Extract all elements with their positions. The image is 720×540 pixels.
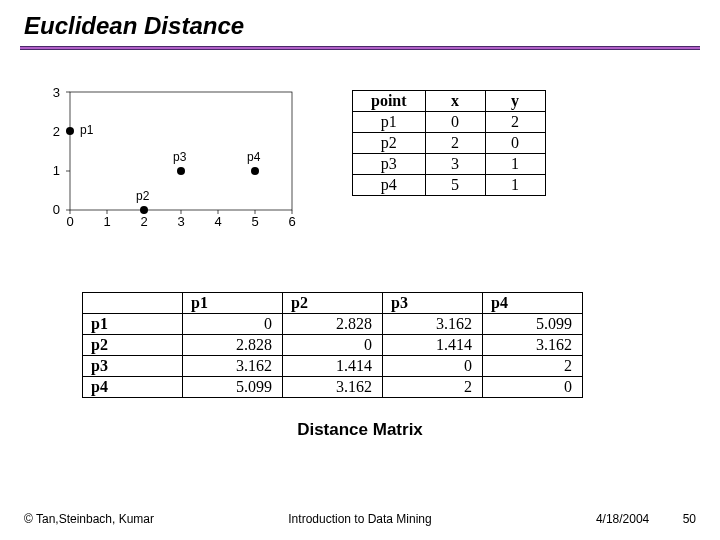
footer-date: 4/18/2004 [596, 512, 649, 526]
xtick-5: 5 [251, 214, 258, 229]
ytick-2: 2 [53, 124, 60, 139]
point-label-p3: p3 [173, 150, 187, 164]
content-area: 0 1 2 3 4 5 6 0 1 2 3 [0, 50, 720, 440]
title-bar: Euclidean Distance [0, 0, 720, 46]
footer-title: Introduction to Data Mining [288, 512, 431, 526]
xtick-6: 6 [288, 214, 295, 229]
distance-matrix-subtitle: Distance Matrix [32, 420, 688, 440]
table-row: p3 3 1 [353, 154, 546, 175]
point-label-p1: p1 [80, 123, 94, 137]
ytick-0: 0 [53, 202, 60, 217]
y-axis: 0 1 2 3 [53, 85, 70, 217]
coord-header-y: y [485, 91, 545, 112]
point-p4 [251, 167, 259, 175]
dist-header-p3: p3 [383, 293, 483, 314]
dist-header-p1: p1 [183, 293, 283, 314]
xtick-3: 3 [177, 214, 184, 229]
xtick-2: 2 [140, 214, 147, 229]
distance-matrix-table: p1 p2 p3 p4 p1 0 2.828 3.162 5.099 p2 2.… [82, 292, 583, 398]
table-row: p1 0 2.828 3.162 5.099 [83, 314, 583, 335]
table-row: p4 5 1 [353, 175, 546, 196]
point-label-p4: p4 [247, 150, 261, 164]
dist-header-blank [83, 293, 183, 314]
scatter-points: p1 p2 p3 p4 [66, 123, 261, 214]
coord-header-point: point [353, 91, 426, 112]
table-row: p2 2 0 [353, 133, 546, 154]
table-row: p3 3.162 1.414 0 2 [83, 356, 583, 377]
coord-header-x: x [425, 91, 485, 112]
x-axis: 0 1 2 3 4 5 6 [66, 210, 295, 229]
table-row: p4 5.099 3.162 2 0 [83, 377, 583, 398]
ytick-1: 1 [53, 163, 60, 178]
page-title: Euclidean Distance [24, 12, 696, 40]
table-row: p2 2.828 0 1.414 3.162 [83, 335, 583, 356]
xtick-1: 1 [103, 214, 110, 229]
point-label-p2: p2 [136, 189, 150, 203]
footer: © Tan,Steinbach, Kumar Introduction to D… [24, 512, 696, 526]
footer-copyright: © Tan,Steinbach, Kumar [24, 512, 154, 526]
point-p2 [140, 206, 148, 214]
point-p3 [177, 167, 185, 175]
point-p1 [66, 127, 74, 135]
table-row: p1 0 2 [353, 112, 546, 133]
dist-header-p4: p4 [483, 293, 583, 314]
ytick-3: 3 [53, 85, 60, 100]
xtick-0: 0 [66, 214, 73, 229]
dist-header-p2: p2 [283, 293, 383, 314]
xtick-4: 4 [214, 214, 221, 229]
coordinates-table: point x y p1 0 2 p2 2 0 p3 3 [352, 90, 546, 196]
footer-page: 50 [683, 512, 696, 526]
scatter-plot: 0 1 2 3 4 5 6 0 1 2 3 [32, 82, 312, 242]
